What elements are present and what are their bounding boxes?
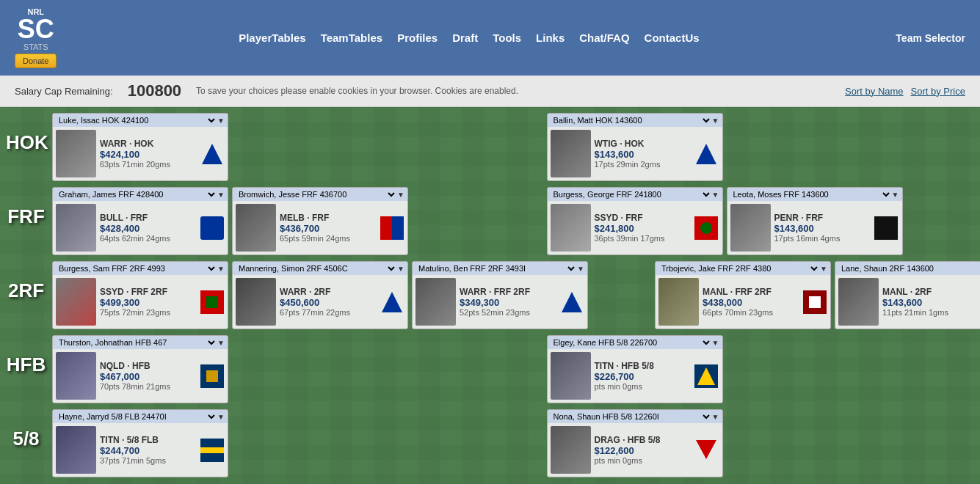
- frf-left-cards: Graham, James FRF 428400 ▼ BULL · FRF $4…: [52, 187, 480, 255]
- five8-left-info: TITN · 5/8 FLB $244,700 37pts 71min 5gms: [100, 435, 195, 465]
- 2rf-left-2-info: WARR · 2RF $450,600 67pts 77min 22gms: [280, 287, 375, 317]
- svg-rect-22: [200, 447, 224, 453]
- salary-note: To save your choices please enable cooki…: [196, 86, 830, 96]
- nav-chat-faq[interactable]: Chat/FAQ: [579, 32, 629, 44]
- main-content: HOK Luke, Issac HOK 424100 ▼ WARR · HOK …: [0, 107, 980, 484]
- donate-button[interactable]: Donate: [15, 54, 57, 68]
- 2rf-left-2-select[interactable]: Mannering, Simon 2RF 4506C: [236, 263, 397, 274]
- 2rf-left-3-select[interactable]: Matulino, Ben FRF 2RF 3493I: [415, 263, 577, 274]
- hfb-right-select[interactable]: Elgey, Kane HFB 5/8 226700: [551, 337, 712, 348]
- frf-left-1-body: BULL · FRF $428,400 64pts 62min 24gms: [53, 201, 228, 254]
- frf-left-1-price: $428,400: [100, 223, 195, 234]
- 2rf-right-2-team: MANL · 2RF: [882, 287, 978, 297]
- 2rf-left-card-3: Matulino, Ben FRF 2RF 3493I ▼ WARR · FRF…: [412, 261, 588, 329]
- five8-right-photo: [551, 426, 591, 474]
- hfb-right-dropdown-icon: ▼: [712, 339, 719, 347]
- 2rf-left-3-team: WARR · FRF 2RF: [460, 287, 555, 297]
- hfb-left-cards: Thurston, Johnathan HFB 467 ▼ NQLD · HFB…: [52, 335, 480, 403]
- five8-right-select[interactable]: Nona, Shaun HFB 5/8 12260I: [551, 411, 712, 422]
- 2rf-right-1-info: MANL · FRF 2RF $438,000 66pts 70min 23gm…: [703, 287, 798, 317]
- five8-left-select[interactable]: Hayne, Jarryd 5/8 FLB 24470I: [56, 411, 217, 422]
- 2rf-left-1-select[interactable]: Burgess, Sam FRF 2RF 4993: [56, 263, 217, 274]
- hfb-left-logo: [199, 363, 225, 389]
- frf-right-1-body: SSYD · FRF $241,800 36pts 39min 17gms: [548, 201, 722, 254]
- hok-left-price: $424,100: [100, 149, 195, 160]
- frf-right-1-select[interactable]: Burgess, George FRF 241800: [551, 189, 712, 199]
- 2rf-label: 2RF: [6, 261, 46, 302]
- five8-left-team: TITN · 5/8 FLB: [100, 435, 195, 445]
- frf-left-2-body: MELB · FRF $436,700 65pts 59min 24gms: [233, 201, 407, 254]
- nav-profiles[interactable]: Profiles: [397, 32, 438, 44]
- hfb-left-select[interactable]: Thurston, Johnathan HFB 467: [56, 337, 217, 348]
- nav-team-tables[interactable]: TeamTables: [321, 32, 382, 44]
- hfb-left-card: Thurston, Johnathan HFB 467 ▼ NQLD · HFB…: [52, 335, 228, 403]
- hfb-left-price: $467,000: [100, 371, 195, 382]
- svg-marker-1: [696, 144, 716, 164]
- 2rf-right-2-body: MANL · 2RF $143,600 11pts 21min 1gms: [835, 275, 980, 329]
- frf-left-2-select[interactable]: Bromwich, Jesse FRF 436700: [236, 189, 397, 199]
- 2rf-left-3-logo: [559, 289, 584, 315]
- header: NRL SC STATS Donate PlayerTables TeamTab…: [0, 0, 980, 76]
- hok-right-select[interactable]: Ballin, Matt HOK 143600: [551, 115, 712, 125]
- nav-links[interactable]: Links: [536, 32, 565, 44]
- nav-draft[interactable]: Draft: [452, 32, 478, 44]
- frf-left-1-select-wrapper: Graham, James FRF 428400 ▼: [53, 188, 228, 201]
- svg-marker-11: [562, 292, 582, 312]
- hok-right-cards: Ballin, Matt HOK 143600 ▼ WTIG · HOK $14…: [547, 113, 975, 181]
- sort-by-name[interactable]: Sort by Name: [845, 86, 903, 97]
- hok-left-select[interactable]: Luke, Issac HOK 424100: [56, 115, 217, 125]
- hfb-left-team: NQLD · HFB: [100, 361, 195, 371]
- five8-left-logo: [199, 437, 225, 463]
- nav-tools[interactable]: Tools: [493, 32, 521, 44]
- hok-right-team: WTIG · HOK: [595, 139, 690, 149]
- frf-right-2-info: PENR · FRF $143,600 17pts 16min 4gms: [774, 213, 870, 243]
- hfb-right-cards: Elgey, Kane HFB 5/8 226700 ▼ TITN · HFB …: [547, 335, 975, 403]
- 2rf-left-3-info: WARR · FRF 2RF $349,300 52pts 52min 23gm…: [460, 287, 555, 317]
- frf-right-2-dropdown-icon: ▼: [892, 191, 899, 199]
- hfb-right-price: $226,700: [595, 371, 690, 382]
- 2rf-right-1-logo: [802, 289, 827, 315]
- 2rf-left-3-dropdown-icon: ▼: [577, 265, 584, 273]
- hfb-right-photo: [551, 352, 591, 400]
- five8-left-price: $244,700: [100, 445, 195, 456]
- hok-right-body: WTIG · HOK $143,600 17pts 29min 2gms: [548, 127, 722, 180]
- frf-right-2-select[interactable]: Leota, Moses FRF 143600: [730, 189, 892, 199]
- 2rf-left-1-logo: [199, 289, 225, 315]
- 2rf-right-2-info: MANL · 2RF $143,600 11pts 21min 1gms: [882, 287, 978, 317]
- 2rf-left-3-stats: 52pts 52min 23gms: [460, 308, 555, 317]
- 2rf-right-1-stats: 66pts 70min 23gms: [703, 308, 798, 317]
- sort-links: Sort by Name Sort by Price: [845, 86, 965, 97]
- 2rf-right-1-select[interactable]: Trbojevic, Jake FRF 2RF 4380: [658, 263, 820, 274]
- hok-left-card: Luke, Issac HOK 424100 ▼ WARR · HOK $424…: [52, 113, 228, 181]
- 2rf-left-2-logo: [379, 289, 404, 315]
- nav-player-tables[interactable]: PlayerTables: [239, 32, 305, 44]
- 2rf-right-card-2: Lane, Shaun 2RF 143600 ▼ MANL · 2RF $143…: [835, 261, 980, 329]
- sort-by-price[interactable]: Sort by Price: [911, 86, 965, 97]
- five8-right-dropdown-icon: ▼: [712, 413, 719, 421]
- five8-label: 5/8: [6, 409, 46, 450]
- 2rf-right-1-select-wrapper: Trbojevic, Jake FRF 2RF 4380 ▼: [656, 262, 830, 275]
- nav-contact-us[interactable]: ContactUs: [645, 32, 700, 44]
- svg-rect-4: [392, 216, 404, 240]
- svg-point-6: [700, 222, 712, 234]
- frf-left-2-team: MELB · FRF: [280, 213, 375, 223]
- hfb-right-team: TITN · HFB 5/8: [595, 361, 690, 371]
- main-nav: PlayerTables TeamTables Profiles Draft T…: [79, 32, 859, 44]
- five8-left-select-wrapper: Hayne, Jarryd 5/8 FLB 24470I ▼: [53, 410, 228, 423]
- hok-right-price: $143,600: [595, 149, 690, 160]
- hok-left-team: WARR · HOK: [100, 139, 195, 149]
- hok-left-stats: 63pts 71min 20gms: [100, 160, 195, 169]
- frf-left-1-stats: 64pts 62min 24gms: [100, 234, 195, 243]
- frf-right-cards: Burgess, George FRF 241800 ▼ SSYD · FRF …: [547, 187, 975, 255]
- 2rf-right-2-select[interactable]: Lane, Shaun 2RF 143600: [838, 263, 980, 274]
- 2rf-left-2-photo: [236, 278, 276, 326]
- frf-left-1-team: BULL · FRF: [100, 213, 195, 223]
- hok-right-info: WTIG · HOK $143,600 17pts 29min 2gms: [595, 139, 690, 169]
- frf-left-2-logo: [379, 215, 404, 241]
- frf-left-1-select[interactable]: Graham, James FRF 428400: [56, 189, 217, 199]
- team-selector-label: Team Selector: [896, 32, 965, 44]
- svg-rect-3: [380, 216, 392, 240]
- hok-right-dropdown-icon: ▼: [712, 117, 719, 125]
- frf-left-multi: Graham, James FRF 428400 ▼ BULL · FRF $4…: [52, 187, 480, 255]
- frf-right-1-photo: [551, 204, 591, 252]
